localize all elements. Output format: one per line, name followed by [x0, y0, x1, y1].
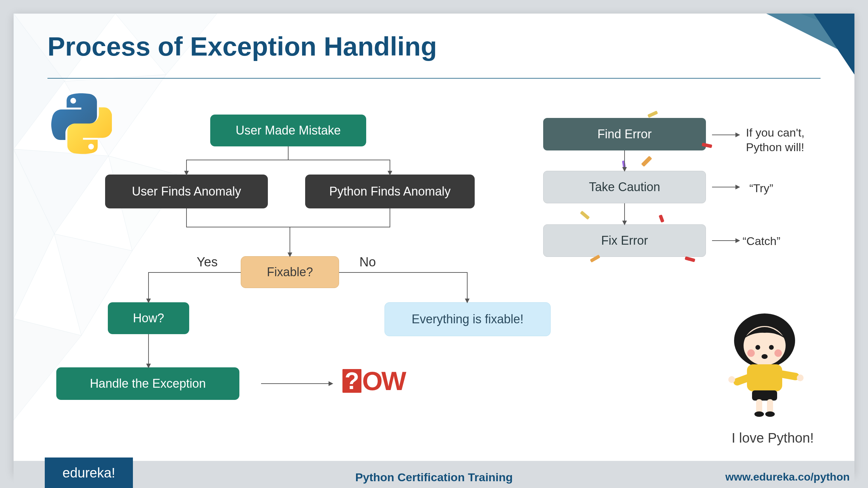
note-fix-error: “Catch”	[743, 234, 780, 248]
confetti-piece	[580, 211, 590, 220]
box-user-made-mistake: User Made Mistake	[210, 115, 366, 146]
svg-rect-12	[752, 390, 777, 401]
svg-point-5	[774, 349, 782, 357]
svg-point-10	[797, 374, 804, 381]
svg-point-6	[762, 354, 768, 359]
slide-stage: Process of Exception Handling User Made …	[14, 14, 854, 474]
how-question-mark-icon: ?	[342, 369, 361, 393]
svg-rect-14	[767, 399, 773, 413]
svg-point-15	[754, 411, 764, 417]
box-how: How?	[108, 302, 189, 334]
box-find-error: Find Error	[543, 118, 706, 150]
confetti-piece	[622, 160, 626, 167]
box-take-caution: Take Caution	[543, 171, 706, 203]
confetti-piece	[685, 256, 695, 262]
box-user-finds-anomaly: User Finds Anomaly	[105, 175, 268, 208]
svg-point-11	[728, 376, 735, 383]
confetti-piece	[659, 215, 665, 223]
background-polygons	[14, 14, 319, 420]
box-fixable: Fixable?	[241, 256, 339, 288]
note-find-error: If you can't, Python will!	[746, 125, 805, 154]
note-take-caution: “Try”	[749, 181, 773, 196]
box-python-finds-anomaly: Python Finds Anomaly	[305, 175, 475, 208]
svg-rect-13	[756, 399, 762, 413]
confetti-piece	[647, 110, 658, 118]
box-handle-exception: Handle the Exception	[56, 367, 239, 400]
confetti-piece	[641, 156, 652, 167]
label-yes: Yes	[197, 254, 218, 270]
how-text: OW	[362, 366, 405, 396]
girl-caption: I love Python!	[732, 430, 814, 446]
box-fix-error: Fix Error	[543, 224, 706, 257]
footer-link[interactable]: www.edureka.co/python	[725, 471, 850, 483]
how-graphic: ? OW	[342, 367, 427, 394]
python-logo-icon	[51, 93, 112, 154]
label-no: No	[359, 254, 376, 270]
svg-point-16	[765, 411, 775, 417]
svg-point-2	[755, 345, 760, 350]
page-title: Process of Exception Handling	[47, 31, 437, 62]
svg-point-3	[769, 345, 774, 350]
title-divider	[47, 78, 821, 79]
svg-point-4	[747, 349, 755, 357]
girl-cartoon-icon	[726, 312, 804, 417]
box-everything-fixable: Everything is fixable!	[384, 302, 551, 336]
corner-accent	[732, 14, 854, 81]
